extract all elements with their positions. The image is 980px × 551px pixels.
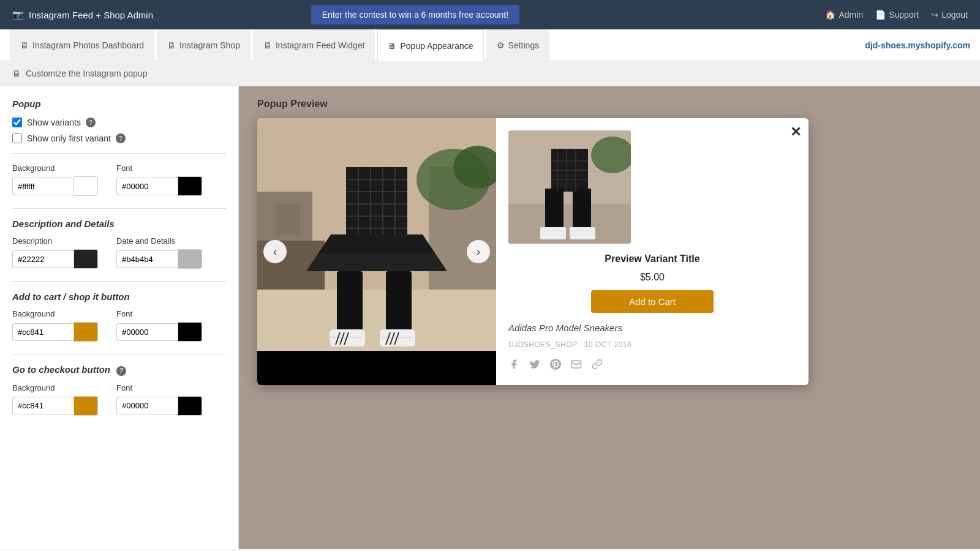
description-color-input[interactable] (12, 250, 74, 268)
date-label: Date and Details (116, 236, 202, 246)
facebook-icon[interactable] (508, 359, 519, 373)
description-swatch-container[interactable] (74, 249, 98, 269)
show-variants-checkbox[interactable] (12, 118, 22, 127)
svg-rect-24 (380, 329, 415, 347)
show-first-variant-help-icon[interactable]: ? (116, 133, 126, 143)
show-first-variant-row: Show only first variant ? (12, 133, 226, 143)
background-swatch-container[interactable] (74, 176, 98, 196)
social-icons-row (508, 359, 796, 373)
tab-popup-appearance[interactable]: 🖥 Popup Appearance (377, 29, 483, 61)
customize-icon: 🖥 (12, 69, 21, 78)
font-color-group: Font (116, 163, 202, 196)
checkout-bg-color-input[interactable] (12, 397, 74, 414)
addtocart-font-color-input[interactable] (116, 323, 178, 341)
checkout-bg-input-row (12, 396, 98, 416)
checkout-bg-group: Background (12, 383, 98, 416)
support-label: Support (889, 10, 919, 20)
checkout-bg-label: Background (12, 383, 98, 392)
date-input-row (116, 249, 202, 269)
addtocart-bg-swatch-container[interactable] (74, 322, 98, 342)
divider-4 (12, 354, 226, 354)
checkout-font-swatch-container[interactable] (178, 396, 202, 416)
carousel-prev-button[interactable]: ‹ (263, 240, 287, 263)
tab-instagram-dashboard[interactable]: 🖥 Instagram Photos Dashboard (10, 29, 154, 61)
svg-rect-5 (276, 204, 300, 234)
background-color-input[interactable] (12, 178, 74, 195)
show-first-variant-label: Show only first variant (27, 133, 111, 143)
background-swatch (74, 177, 97, 195)
tab-label-3: Popup Appearance (400, 41, 473, 51)
desc-details-section: Description and Details Description Date… (12, 219, 226, 269)
show-first-variant-checkbox[interactable] (12, 133, 22, 143)
tab-instagram-shop[interactable]: 🖥 Instagram Shop (157, 29, 251, 61)
support-link[interactable]: 📄 Support (875, 10, 919, 20)
addtocart-bg-swatch (74, 323, 97, 341)
main-product-image (257, 118, 496, 351)
font-swatch (178, 177, 202, 195)
popup-right-panel: Preview Variant Title $5.00 Add to Cart … (496, 118, 809, 385)
twitter-icon[interactable] (529, 359, 540, 373)
svg-rect-37 (573, 189, 591, 231)
admin-link[interactable]: 🏠 Admin (825, 10, 863, 20)
svg-rect-22 (386, 271, 412, 332)
product-thumbnail-svg (508, 130, 631, 244)
checkout-font-color-input[interactable] (116, 397, 178, 414)
show-variants-label: Show variants (27, 118, 81, 127)
show-variants-row: Show variants ? (12, 118, 226, 127)
product-description: Adidas Pro Model Sneakers (508, 323, 796, 333)
addtocart-bg-input-row (12, 322, 98, 342)
add-to-cart-button[interactable]: Add to Cart (591, 290, 714, 313)
description-input-row (12, 249, 98, 269)
background-input-row (12, 176, 98, 196)
date-color-group: Date and Details (116, 236, 202, 269)
bg-font-color-row: Background Font (12, 163, 226, 196)
addtocart-font-label: Font (116, 309, 202, 318)
checkout-help-icon[interactable]: ? (116, 366, 126, 376)
addtocart-font-swatch-container[interactable] (178, 322, 202, 342)
logout-link[interactable]: ↪ Logout (931, 10, 968, 20)
checkout-bg-swatch (74, 397, 97, 415)
monitor-icon-3: 🖥 (388, 41, 396, 51)
monitor-icon-0: 🖥 (20, 40, 29, 50)
contest-button[interactable]: Enter the contest to win a 6 months free… (311, 5, 519, 24)
svg-rect-1 (257, 290, 496, 351)
tab-bar: 🖥 Instagram Photos Dashboard 🖥 Instagram… (0, 29, 980, 61)
checkout-title-text: Go to checkout button (12, 364, 110, 375)
product-price: $5.00 (508, 272, 796, 283)
camera-icon: 📷 (12, 9, 24, 20)
show-variants-help-icon[interactable]: ? (86, 118, 96, 127)
checkout-color-row: Background Font (12, 383, 226, 416)
addtocart-bg-color-input[interactable] (12, 323, 74, 341)
checkout-section-title: Go to checkout button ? (12, 364, 226, 376)
tab-settings[interactable]: ⚙ Settings (486, 29, 550, 61)
svg-rect-23 (330, 329, 365, 347)
product-variant-title: Preview Variant Title (508, 253, 796, 264)
date-color-input[interactable] (116, 250, 178, 268)
carousel-next-button[interactable]: › (467, 240, 490, 263)
description-swatch (74, 250, 97, 268)
svg-marker-20 (306, 253, 447, 271)
link-icon[interactable] (592, 359, 603, 373)
checkout-font-swatch (178, 397, 202, 415)
email-icon[interactable] (571, 359, 582, 373)
home-icon: 🏠 (825, 10, 835, 20)
tab-label-0: Instagram Photos Dashboard (32, 40, 144, 50)
font-color-input[interactable] (116, 178, 178, 195)
addtocart-color-row: Background Font (12, 309, 226, 342)
main-content: Popup Show variants ? Show only first va… (0, 86, 980, 549)
svg-rect-36 (545, 189, 564, 231)
font-swatch-container[interactable] (178, 176, 202, 196)
site-url: djd-shoes.myshopify.com (865, 40, 970, 50)
customize-text: Customize the Instagram popup (26, 69, 147, 78)
pinterest-icon[interactable] (550, 359, 561, 373)
addtocart-section-title: Add to cart / shop it button (12, 291, 226, 302)
top-bar: 📷 Instagram Feed + Shop Admin Enter the … (0, 0, 980, 29)
top-nav-links: 🏠 Admin 📄 Support ↪ Logout (825, 10, 968, 20)
popup-close-button[interactable]: ✕ (790, 124, 801, 140)
checkout-bg-swatch-container[interactable] (74, 396, 98, 416)
desc-color-row: Description Date and Details (12, 236, 226, 269)
checkout-font-label: Font (116, 383, 202, 392)
tab-feed-widget[interactable]: 🖥 Instagram Feed Widget (253, 29, 375, 61)
tab-label-2: Instagram Feed Widget (276, 40, 365, 50)
date-swatch-container[interactable] (178, 249, 202, 269)
